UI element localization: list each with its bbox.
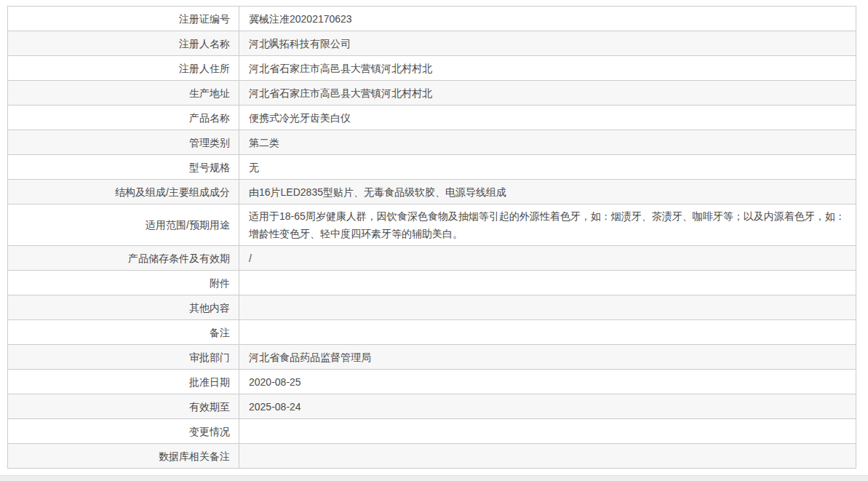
row-value: 适用于18-65周岁健康人群，因饮食深色食物及抽烟等引起的外源性着色牙，如：烟渍…	[239, 204, 856, 246]
row-value	[239, 295, 856, 320]
row-value	[239, 271, 856, 295]
table-row: 数据库相关备注	[8, 444, 856, 469]
row-label: 批准日期	[8, 370, 239, 394]
row-label: 备注	[8, 320, 239, 345]
row-label: 产品储存条件及有效期	[8, 246, 239, 271]
table-row: 备注	[8, 320, 856, 345]
registration-info-table-body: 注册证编号 冀械注准20202170623 注册人名称 河北飒拓科技有限公司 注…	[8, 7, 856, 469]
row-value: 2020-08-25	[239, 370, 856, 394]
row-value: 便携式冷光牙齿美白仪	[239, 106, 856, 130]
row-label: 注册人住所	[8, 56, 239, 81]
row-label: 注册证编号	[8, 7, 239, 31]
row-label: 型号规格	[8, 155, 239, 180]
table-row: 附件	[8, 271, 856, 295]
table-row: 批准日期 2020-08-25	[8, 370, 856, 394]
table-row: 注册证编号 冀械注准20202170623	[8, 7, 856, 31]
row-value: 河北飒拓科技有限公司	[239, 31, 856, 56]
table-row: 产品名称 便携式冷光牙齿美白仪	[8, 106, 856, 130]
row-label: 注册人名称	[8, 31, 239, 56]
table-row: 其他内容	[8, 295, 856, 320]
table-row: 结构及组成/主要组成成分 由16片LED2835型贴片、无毒食品级软胶、电源导线…	[8, 180, 856, 204]
row-value	[239, 419, 856, 444]
table-row: 适用范围/预期用途 适用于18-65周岁健康人群，因饮食深色食物及抽烟等引起的外…	[8, 204, 856, 246]
footer-bar	[0, 475, 868, 481]
table-row: 注册人名称 河北飒拓科技有限公司	[8, 31, 856, 56]
table-row: 注册人住所 河北省石家庄市高邑县大营镇河北村村北	[8, 56, 856, 81]
table-row: 审批部门 河北省食品药品监督管理局	[8, 345, 856, 370]
table-row: 变更情况	[8, 419, 856, 444]
row-value: /	[239, 246, 856, 271]
row-value: 河北省食品药品监督管理局	[239, 345, 856, 370]
table-row: 管理类别 第二类	[8, 130, 856, 155]
row-value: 河北省石家庄市高邑县大营镇河北村村北	[239, 81, 856, 106]
table-row: 产品储存条件及有效期 /	[8, 246, 856, 271]
row-label: 有效期至	[8, 394, 239, 419]
table-row: 有效期至 2025-08-24	[8, 394, 856, 419]
row-value: 第二类	[239, 130, 856, 155]
registration-info-table: 注册证编号 冀械注准20202170623 注册人名称 河北飒拓科技有限公司 注…	[7, 6, 856, 469]
row-label: 其他内容	[8, 295, 239, 320]
row-label: 生产地址	[8, 81, 239, 106]
row-value: 冀械注准20202170623	[239, 7, 856, 31]
table-row: 生产地址 河北省石家庄市高邑县大营镇河北村村北	[8, 81, 856, 106]
row-label: 结构及组成/主要组成成分	[8, 180, 239, 204]
table-row: 型号规格 无	[8, 155, 856, 180]
row-value: 无	[239, 155, 856, 180]
row-value: 由16片LED2835型贴片、无毒食品级软胶、电源导线组成	[239, 180, 856, 204]
row-value: 河北省石家庄市高邑县大营镇河北村村北	[239, 56, 856, 81]
row-label: 适用范围/预期用途	[8, 204, 239, 246]
row-value	[239, 444, 856, 469]
row-value	[239, 320, 856, 345]
row-label: 变更情况	[8, 419, 239, 444]
row-label: 数据库相关备注	[8, 444, 239, 469]
row-value: 2025-08-24	[239, 394, 856, 419]
row-label: 审批部门	[8, 345, 239, 370]
row-label: 产品名称	[8, 106, 239, 130]
row-label: 管理类别	[8, 130, 239, 155]
row-label: 附件	[8, 271, 239, 295]
